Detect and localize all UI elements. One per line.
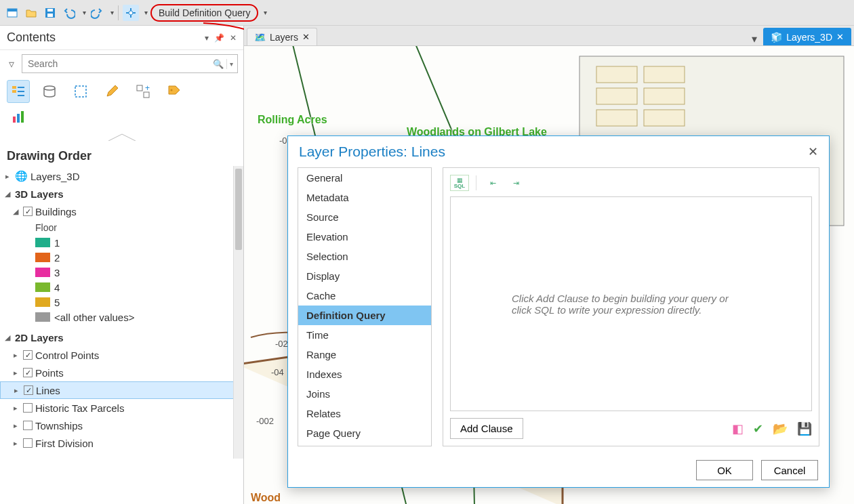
parcel-02: -02 bbox=[275, 339, 288, 349]
undo-dropdown-icon[interactable]: ▾ bbox=[83, 9, 86, 16]
category-relates[interactable]: Relates bbox=[298, 404, 431, 423]
open-project-icon[interactable] bbox=[23, 5, 39, 21]
search-icon[interactable]: 🔍 bbox=[213, 59, 227, 69]
search-field[interactable] bbox=[26, 58, 213, 70]
list-by-editing-icon[interactable] bbox=[100, 80, 123, 103]
scene-node[interactable]: ▸ 🌐 Layers_3D bbox=[0, 167, 243, 185]
contents-panel: Contents ▾ 📌 ✕ ▿ 🔍 ▾ + bbox=[0, 26, 244, 504]
checkbox[interactable] bbox=[23, 421, 33, 430]
checkbox[interactable] bbox=[23, 368, 33, 377]
redo-icon[interactable] bbox=[89, 5, 105, 21]
category-source[interactable]: Source bbox=[298, 207, 431, 227]
tab-layers[interactable]: 🗺️ Layers ✕ bbox=[247, 28, 317, 45]
checkbox[interactable] bbox=[24, 385, 33, 395]
layer-points[interactable]: ▸Points bbox=[0, 364, 243, 381]
checkbox[interactable] bbox=[23, 350, 33, 360]
svg-rect-7 bbox=[12, 90, 16, 93]
explore-dropdown-icon[interactable]: ▾ bbox=[144, 9, 148, 16]
list-by-source-icon[interactable] bbox=[38, 80, 61, 103]
svg-rect-10 bbox=[137, 85, 142, 91]
tab-layers-3d[interactable]: 🧊 Layers_3D ✕ bbox=[763, 28, 851, 45]
category-metadata[interactable]: Metadata bbox=[298, 188, 431, 207]
list-by-labeling-icon[interactable] bbox=[163, 80, 186, 103]
search-dropdown-icon[interactable]: ▾ bbox=[227, 60, 233, 68]
svg-point-5 bbox=[129, 11, 133, 15]
floor-2[interactable]: 2 bbox=[0, 250, 243, 265]
view-tab-bar: 🗺️ Layers ✕ ▾ 🧊 Layers_3D ✕ bbox=[244, 26, 854, 46]
tab-layers3d-label: Layers_3D bbox=[786, 32, 832, 43]
sql-mode-button[interactable]: ▦ SQL bbox=[450, 175, 469, 191]
toc-expander[interactable] bbox=[0, 133, 243, 144]
layer-lines[interactable]: ▸Lines bbox=[0, 381, 243, 399]
add-clause-button[interactable]: Add Clause bbox=[450, 418, 523, 439]
svg-rect-4 bbox=[47, 9, 53, 12]
validate-icon[interactable]: ✔ bbox=[753, 421, 763, 436]
field-floor: Floor bbox=[0, 220, 243, 235]
close-icon[interactable]: ✕ bbox=[230, 33, 237, 43]
list-by-drawing-order-icon[interactable] bbox=[7, 80, 30, 103]
search-input[interactable]: 🔍 ▾ bbox=[22, 54, 238, 73]
category-range[interactable]: Range bbox=[298, 345, 431, 364]
dialog-category-list[interactable]: GeneralMetadataSourceElevationSelectionD… bbox=[298, 167, 432, 446]
undo-icon[interactable] bbox=[61, 5, 77, 21]
svg-rect-9 bbox=[75, 86, 86, 97]
floor-5[interactable]: 5 bbox=[0, 295, 243, 310]
ok-button[interactable]: OK bbox=[696, 460, 753, 480]
checkbox[interactable] bbox=[23, 403, 33, 413]
toc-scrollbar[interactable] bbox=[233, 166, 243, 459]
category-definition-query[interactable]: Definition Query bbox=[298, 306, 431, 325]
filter-icon[interactable]: ▿ bbox=[5, 58, 18, 70]
explore-tool-icon[interactable] bbox=[123, 5, 139, 21]
category-display[interactable]: Display bbox=[298, 266, 431, 286]
cancel-button[interactable]: Cancel bbox=[761, 460, 818, 480]
close-tab-icon[interactable]: ✕ bbox=[302, 32, 310, 42]
svg-rect-18 bbox=[596, 66, 637, 83]
category-joins[interactable]: Joins bbox=[298, 384, 431, 404]
group-2d-layers[interactable]: ◢ 2D Layers bbox=[0, 329, 243, 346]
floor-1[interactable]: 1 bbox=[0, 235, 243, 250]
list-by-selection-icon[interactable] bbox=[69, 80, 92, 103]
floor-other[interactable]: <all other values> bbox=[0, 310, 243, 324]
checkbox-buildings[interactable] bbox=[23, 207, 33, 216]
category-elevation[interactable]: Elevation bbox=[298, 227, 431, 247]
indent-left-icon[interactable]: ⇤ bbox=[483, 175, 502, 191]
query-canvas: Click Add Clause to begin building your … bbox=[450, 196, 812, 411]
category-page-query[interactable]: Page Query bbox=[298, 423, 431, 443]
save-icon[interactable]: 💾 bbox=[797, 421, 812, 436]
category-selection[interactable]: Selection bbox=[298, 247, 431, 266]
new-project-icon[interactable] bbox=[4, 5, 20, 21]
layer-control-points[interactable]: ▸Control Points bbox=[0, 346, 243, 364]
map-icon: 🗺️ bbox=[254, 32, 266, 43]
list-by-snapping-icon[interactable]: + bbox=[131, 80, 155, 103]
svg-rect-19 bbox=[644, 66, 685, 83]
open-folder-icon[interactable]: 📂 bbox=[773, 421, 788, 436]
layer-first-division[interactable]: ▸First Division bbox=[0, 434, 243, 452]
list-by-chart-icon[interactable] bbox=[7, 106, 30, 129]
tab-layers-label: Layers bbox=[270, 32, 298, 43]
category-general[interactable]: General bbox=[298, 168, 431, 188]
group-3d-layers[interactable]: ◢ 3D Layers bbox=[0, 185, 243, 203]
category-time[interactable]: Time bbox=[298, 325, 431, 345]
floor-3[interactable]: 3 bbox=[0, 265, 243, 280]
redo-dropdown-icon[interactable]: ▾ bbox=[110, 9, 114, 16]
save-project-icon[interactable] bbox=[42, 5, 58, 21]
svg-rect-11 bbox=[144, 92, 149, 98]
floor-4[interactable]: 4 bbox=[0, 280, 243, 295]
indent-right-icon[interactable]: ⇥ bbox=[506, 175, 525, 191]
qat-customize-icon[interactable]: ▾ bbox=[264, 9, 267, 16]
pin-icon[interactable]: 📌 bbox=[214, 33, 224, 43]
close-tab-icon[interactable]: ✕ bbox=[836, 32, 844, 42]
layer-townships[interactable]: ▸Townships bbox=[0, 417, 243, 434]
svg-rect-16 bbox=[21, 111, 24, 123]
layer-buildings[interactable]: ◢ Buildings bbox=[0, 203, 243, 220]
checkbox[interactable] bbox=[23, 438, 33, 448]
category-indexes[interactable]: Indexes bbox=[298, 364, 431, 384]
globe-icon: 🌐 bbox=[15, 170, 28, 182]
erase-icon[interactable]: ◧ bbox=[732, 421, 744, 436]
build-definition-query-command[interactable]: Build Definition Query bbox=[150, 4, 258, 22]
dialog-close-icon[interactable]: ✕ bbox=[808, 144, 818, 159]
tab-overflow-icon[interactable]: ▾ bbox=[748, 33, 760, 45]
dropdown-icon[interactable]: ▾ bbox=[205, 33, 209, 43]
category-cache[interactable]: Cache bbox=[298, 286, 431, 306]
layer-historic-tax-parcels[interactable]: ▸Historic Tax Parcels bbox=[0, 399, 243, 417]
